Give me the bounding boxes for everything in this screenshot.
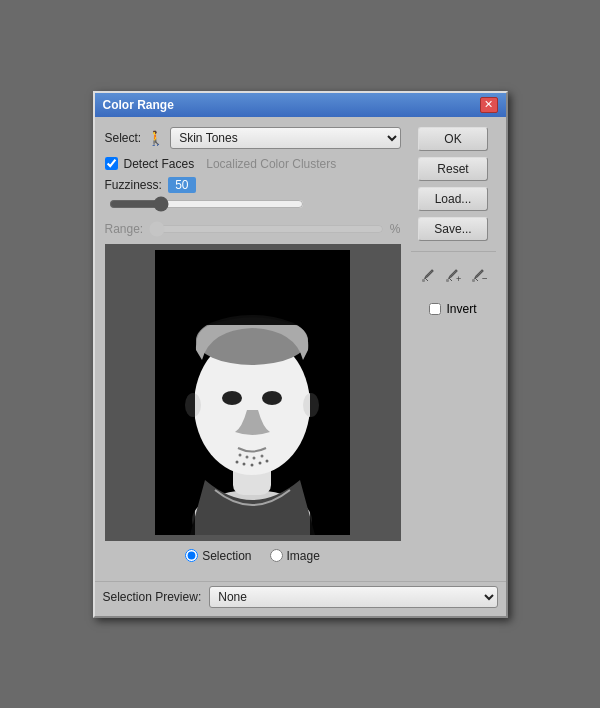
dialog-body: Select: 🚶 Skin Tones Reds Yellows Greens… xyxy=(95,117,506,581)
fuzziness-slider-container xyxy=(105,197,401,214)
svg-point-14 xyxy=(243,462,246,465)
detect-faces-row: Detect Faces Localized Color Clusters xyxy=(105,157,401,171)
svg-line-22 xyxy=(425,278,428,281)
localized-color-clusters-label: Localized Color Clusters xyxy=(206,157,336,171)
selection-label: Selection xyxy=(202,549,251,563)
eyedropper-row: + − xyxy=(417,266,489,290)
svg-text:−: − xyxy=(482,273,487,284)
fuzziness-value: 50 xyxy=(168,177,196,193)
svg-point-8 xyxy=(262,391,282,405)
detect-faces-label[interactable]: Detect Faces xyxy=(124,157,195,171)
dialog-title: Color Range xyxy=(103,98,174,112)
invert-row: Invert xyxy=(429,302,476,316)
select-label: Select: xyxy=(105,131,142,145)
svg-point-13 xyxy=(236,460,239,463)
invert-label[interactable]: Invert xyxy=(446,302,476,316)
svg-point-10 xyxy=(246,455,249,458)
svg-rect-20 xyxy=(155,250,350,325)
svg-line-24 xyxy=(449,278,452,281)
save-button[interactable]: Save... xyxy=(418,217,488,241)
selection-radio[interactable] xyxy=(185,549,198,562)
svg-point-12 xyxy=(261,454,264,457)
svg-rect-26 xyxy=(472,279,475,282)
range-row: Range: % xyxy=(105,222,401,236)
svg-point-7 xyxy=(222,391,242,405)
fuzziness-row: Fuzziness: 50 xyxy=(105,177,401,193)
color-range-dialog: Color Range ✕ Select: 🚶 Skin Tones Reds … xyxy=(93,91,508,618)
image-radio[interactable] xyxy=(270,549,283,562)
preview-container xyxy=(105,244,401,541)
subtract-eyedropper-button[interactable]: − xyxy=(469,266,489,290)
invert-checkbox[interactable] xyxy=(429,303,441,315)
svg-point-11 xyxy=(253,456,256,459)
range-suffix: % xyxy=(390,222,401,236)
load-button[interactable]: Load... xyxy=(418,187,488,211)
title-bar: Color Range ✕ xyxy=(95,93,506,117)
selection-radio-label[interactable]: Selection xyxy=(185,549,251,563)
close-button[interactable]: ✕ xyxy=(480,97,498,113)
select-row: Select: 🚶 Skin Tones Reds Yellows Greens… xyxy=(105,127,401,149)
person-icon: 🚶 xyxy=(147,130,164,146)
svg-point-9 xyxy=(239,453,242,456)
left-panel: Select: 🚶 Skin Tones Reds Yellows Greens… xyxy=(105,127,401,571)
fuzziness-slider[interactable] xyxy=(109,197,304,211)
preview-image xyxy=(155,250,350,535)
svg-line-27 xyxy=(475,278,478,281)
bottom-row: Selection Preview: None Grayscale Black … xyxy=(95,581,506,616)
select-dropdown[interactable]: Skin Tones Reds Yellows Greens Cyans Blu… xyxy=(170,127,400,149)
range-slider[interactable] xyxy=(149,222,384,236)
svg-point-17 xyxy=(266,459,269,462)
add-eyedropper-button[interactable]: + xyxy=(443,266,463,290)
eyedropper-button[interactable] xyxy=(417,266,437,290)
image-radio-label[interactable]: Image xyxy=(270,549,320,563)
detect-faces-checkbox[interactable] xyxy=(105,157,118,170)
view-radio-row: Selection Image xyxy=(105,549,401,563)
selection-preview-label: Selection Preview: xyxy=(103,590,202,604)
image-label: Image xyxy=(287,549,320,563)
selection-preview-dropdown[interactable]: None Grayscale Black Matte White Matte Q… xyxy=(209,586,497,608)
fuzziness-label: Fuzziness: xyxy=(105,178,162,192)
svg-text:+: + xyxy=(456,274,461,284)
svg-rect-23 xyxy=(446,279,449,282)
range-label: Range: xyxy=(105,222,144,236)
svg-point-15 xyxy=(251,463,254,466)
svg-point-16 xyxy=(259,461,262,464)
ok-button[interactable]: OK xyxy=(418,127,488,151)
reset-button[interactable]: Reset xyxy=(418,157,488,181)
svg-rect-21 xyxy=(422,279,425,282)
right-panel: OK Reset Load... Save... xyxy=(411,127,496,571)
